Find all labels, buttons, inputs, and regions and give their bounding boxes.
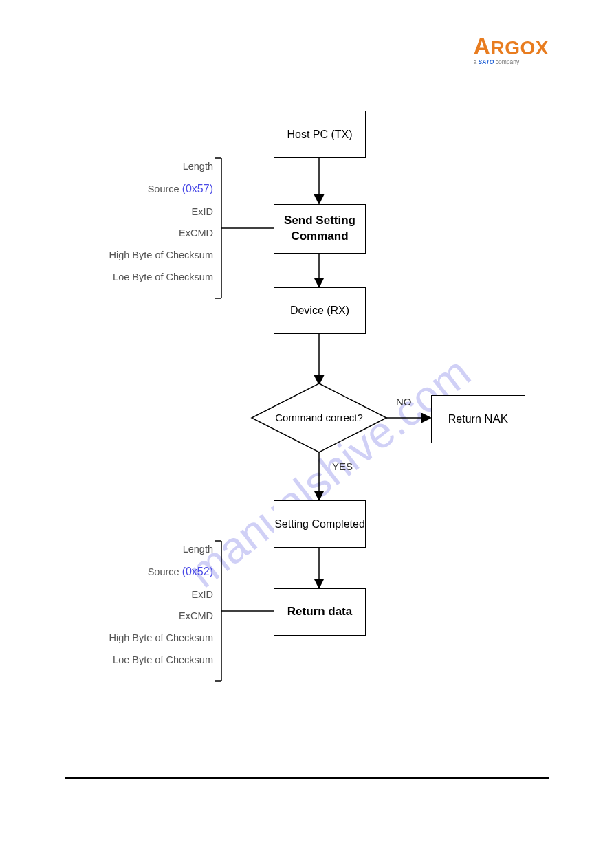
footer-divider <box>65 777 549 779</box>
anno2-exid: ExID <box>192 589 213 600</box>
brand-logo-a: A <box>473 33 490 59</box>
node-return-nak-label-a: Return <box>448 413 481 425</box>
brand-logo-text: ARGOX <box>473 33 549 60</box>
anno1-hics: High Byte of Checksum <box>109 249 213 260</box>
anno2-source: Source (0x52) <box>148 566 213 578</box>
brand-logo-rest: RGOX <box>491 37 549 58</box>
anno2-length: Length <box>183 544 213 555</box>
node-return-nak: Return NAK <box>431 395 525 443</box>
edge-label-yes: YES <box>332 460 353 472</box>
anno2-excmd: ExCMD <box>179 610 213 621</box>
brand-sub-prefix: a <box>473 58 478 65</box>
anno1-locs: Loe Byte of Checksum <box>113 271 213 282</box>
anno1-excmd: ExCMD <box>179 227 213 238</box>
anno1-source-hex: (0x57) <box>182 183 213 194</box>
node-setting-completed: Setting Completed <box>274 500 366 548</box>
node-return-nak-label-b: NAK <box>484 412 508 425</box>
node-return-nak-label: Return NAK <box>448 412 508 427</box>
brand-logo: ARGOX a SATO company <box>473 33 549 65</box>
anno1-length: Length <box>183 161 213 172</box>
brand-sub-brand: SATO <box>479 58 494 65</box>
node-decision: Command correct? <box>252 383 386 452</box>
node-send-setting-label: Send Setting Command <box>284 213 355 245</box>
node-return-data: Return data <box>274 588 366 636</box>
node-send-setting: Send Setting Command <box>274 204 366 254</box>
node-return-data-label: Return data <box>287 604 352 620</box>
node-device-rx-label: Device (RX) <box>290 303 349 318</box>
node-host-pc-label: Host PC (TX) <box>287 127 352 142</box>
anno2-locs: Loe Byte of Checksum <box>113 654 213 665</box>
node-host-pc: Host PC (TX) <box>274 111 366 158</box>
anno2-hics: High Byte of Checksum <box>109 632 213 643</box>
edge-label-no: NO <box>396 396 412 408</box>
node-decision-label: Command correct? <box>252 412 386 423</box>
anno2-source-label: Source <box>148 566 182 577</box>
anno2-source-hex: (0x52) <box>182 566 213 577</box>
anno1-source: Source (0x57) <box>148 183 213 195</box>
brand-sub-suffix: company <box>494 58 519 65</box>
node-device-rx: Device (RX) <box>274 287 366 334</box>
anno1-source-label: Source <box>148 183 182 194</box>
anno1-exid: ExID <box>192 206 213 217</box>
node-setting-completed-label: Setting Completed <box>274 517 365 532</box>
